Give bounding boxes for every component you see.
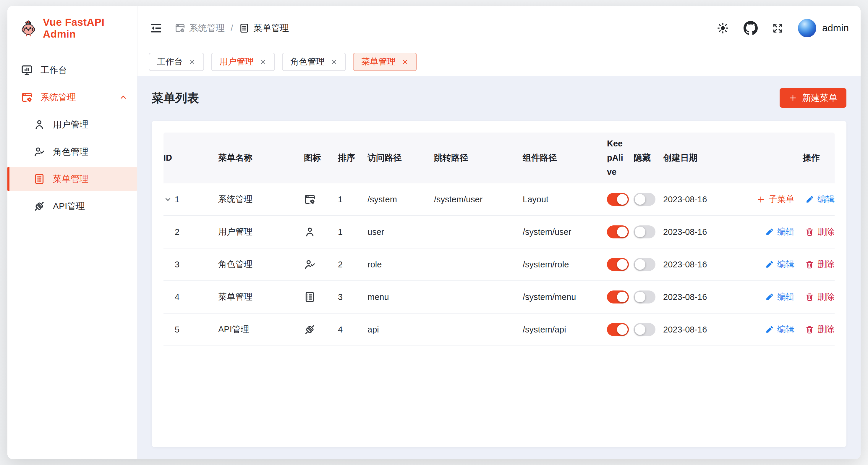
- menu-path: /system: [368, 195, 434, 204]
- edit-action[interactable]: 编辑: [765, 291, 795, 303]
- delete-action[interactable]: 删除: [805, 324, 835, 336]
- close-icon[interactable]: [259, 58, 267, 65]
- sidebar-item-label: 系统管理: [40, 91, 76, 104]
- menu-order: 1: [338, 227, 368, 237]
- sidebar-item-users[interactable]: 用户管理: [7, 112, 137, 137]
- table-body: 1 系统管理 1 /system /system/user Layout 202…: [163, 183, 835, 346]
- hidden-toggle[interactable]: [633, 290, 655, 303]
- tabs-bar: 工作台 用户管理 角色管理 菜单管理: [137, 50, 861, 76]
- action-label: 编辑: [777, 324, 795, 336]
- row-id: 1: [175, 195, 180, 204]
- col-actions: 操作: [747, 151, 835, 165]
- hidden-toggle[interactable]: [633, 225, 655, 238]
- menu-order: 2: [338, 260, 368, 269]
- sidebar-item-menus[interactable]: 菜单管理: [7, 167, 137, 191]
- action-label: 删除: [817, 324, 835, 336]
- hidden-toggle[interactable]: [633, 323, 655, 336]
- tab-workbench[interactable]: 工作台: [149, 53, 204, 71]
- row-id: 5: [175, 325, 180, 335]
- menu-redirect: /system/user: [434, 195, 523, 204]
- sidebar-item-label: API管理: [53, 200, 85, 212]
- keepalive-toggle[interactable]: [607, 323, 629, 336]
- edit-action[interactable]: 编辑: [805, 194, 835, 205]
- col-keepalive: KeepAlive: [607, 137, 633, 179]
- github-icon[interactable]: [744, 21, 758, 35]
- created-date: 2023-08-16: [663, 292, 747, 302]
- logo: Vue FastAPI Admin: [7, 6, 137, 50]
- tab-users[interactable]: 用户管理: [211, 53, 275, 71]
- col-component: 组件路径: [523, 151, 607, 165]
- expand-row-icon[interactable]: [163, 195, 175, 204]
- sidebar-item-label: 菜单管理: [53, 173, 88, 185]
- edit-action[interactable]: 编辑: [765, 226, 795, 238]
- created-date: 2023-08-16: [663, 260, 747, 269]
- row-actions: 编辑删除: [747, 259, 835, 270]
- menu-order: 1: [338, 195, 368, 204]
- keepalive-toggle[interactable]: [607, 193, 629, 206]
- monitor-icon: [21, 64, 33, 76]
- trash-icon: [805, 228, 814, 237]
- sidebar-item-workbench[interactable]: 工作台: [7, 58, 137, 82]
- edit-action[interactable]: 编辑: [765, 259, 795, 270]
- menu-order: 4: [338, 325, 368, 335]
- close-icon[interactable]: [189, 58, 196, 65]
- col-id: ID: [163, 151, 218, 165]
- breadcrumb-item-menus[interactable]: 菜单管理: [239, 22, 289, 34]
- action-label: 删除: [817, 226, 835, 238]
- pencil-icon: [765, 293, 774, 302]
- menu-path: menu: [368, 292, 434, 302]
- plus-icon: [756, 195, 766, 204]
- col-icon: 图标: [304, 151, 338, 165]
- menu-component: Layout: [523, 195, 607, 204]
- trash-icon: [805, 325, 814, 334]
- table-header: ID 菜单名称 图标 排序 访问路径 跳转路径 组件路径 KeepAlive 隐…: [163, 133, 835, 183]
- delete-action[interactable]: 删除: [805, 259, 835, 270]
- table-row: 4 菜单管理 3 menu /system/menu 2023-08-16 编辑…: [163, 281, 835, 314]
- edit-action[interactable]: 编辑: [765, 324, 795, 336]
- keepalive-toggle[interactable]: [607, 258, 629, 271]
- keepalive-toggle[interactable]: [607, 290, 629, 303]
- breadcrumb-separator: /: [230, 23, 233, 33]
- delete-action[interactable]: 删除: [805, 226, 835, 238]
- menu-list-icon: [304, 291, 316, 303]
- sun-icon[interactable]: [716, 22, 730, 35]
- submenu-action[interactable]: 子菜单: [756, 194, 795, 205]
- fullscreen-icon[interactable]: [772, 22, 784, 34]
- sidebar-item-apis[interactable]: API管理: [7, 194, 137, 218]
- sidebar-item-roles[interactable]: 角色管理: [7, 140, 137, 164]
- collapse-sidebar-icon[interactable]: [149, 21, 163, 35]
- topbar-actions: admin: [716, 19, 849, 37]
- create-menu-button[interactable]: 新建菜单: [780, 88, 846, 108]
- username: admin: [822, 23, 849, 34]
- breadcrumb-item-system[interactable]: 系统管理: [175, 22, 225, 34]
- delete-action[interactable]: 删除: [805, 291, 835, 303]
- close-icon[interactable]: [331, 58, 338, 65]
- keepalive-toggle[interactable]: [607, 225, 629, 238]
- menu-list-icon: [239, 23, 250, 33]
- row-id: 3: [175, 260, 180, 269]
- hidden-toggle[interactable]: [633, 193, 655, 206]
- person-icon: [304, 226, 316, 238]
- user-menu[interactable]: admin: [798, 19, 849, 37]
- action-label: 删除: [817, 259, 835, 270]
- tab-roles[interactable]: 角色管理: [282, 53, 346, 71]
- col-hidden: 隐藏: [633, 151, 663, 165]
- person-check-icon: [304, 259, 316, 270]
- close-icon[interactable]: [401, 58, 409, 65]
- chick-logo-icon: [20, 19, 37, 37]
- pencil-icon: [765, 260, 774, 269]
- window-gear-icon: [21, 91, 33, 103]
- person-icon: [33, 119, 45, 130]
- window-gear-icon: [175, 23, 185, 33]
- content-area: 菜单列表 新建菜单 ID 菜单名称 图标 排序 访问路径 跳转路径 组件路径 K…: [137, 76, 861, 459]
- created-date: 2023-08-16: [663, 227, 747, 237]
- chevron-up-icon[interactable]: [119, 93, 128, 102]
- row-actions: 编辑删除: [747, 324, 835, 336]
- row-actions: 编辑删除: [747, 226, 835, 238]
- sidebar-item-system[interactable]: 系统管理: [7, 85, 137, 110]
- col-redirect: 跳转路径: [434, 151, 523, 165]
- tab-menus[interactable]: 菜单管理: [353, 53, 417, 71]
- topbar: 系统管理 / 菜单管理 admin: [137, 6, 861, 50]
- hidden-toggle[interactable]: [633, 258, 655, 271]
- col-path: 访问路径: [368, 151, 434, 165]
